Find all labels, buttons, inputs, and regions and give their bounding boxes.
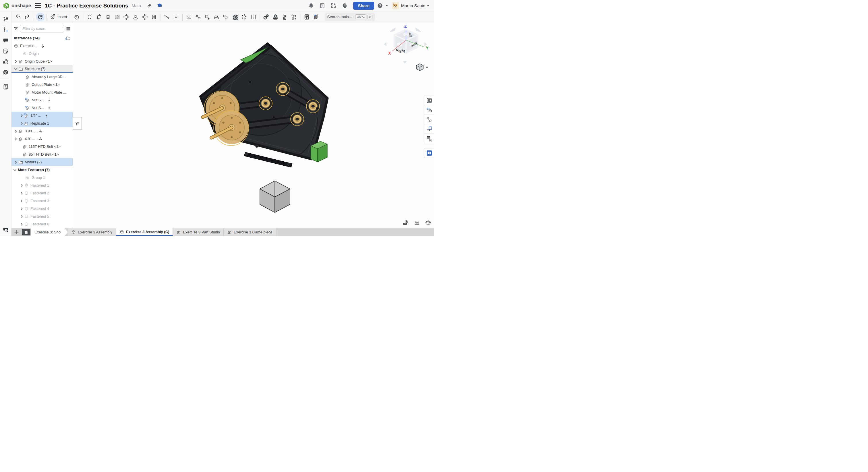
tree-row-mate[interactable]: Fastened 5 (11, 213, 73, 220)
tree-row-mate[interactable]: Fastened 1 (11, 182, 73, 189)
tree-row-part-selected[interactable]: 1/2" ... (11, 112, 73, 120)
redo-button[interactable] (23, 12, 32, 21)
learning-panel-button[interactable] (424, 148, 434, 158)
mate-button[interactable] (72, 12, 81, 21)
share-button[interactable]: Share (353, 2, 374, 10)
help-menu-button[interactable] (377, 3, 389, 9)
gear-relation-button[interactable] (262, 12, 271, 21)
named-positions-button[interactable] (194, 12, 203, 21)
planar-mate-button[interactable] (113, 12, 121, 21)
tree-row-origin[interactable]: Origin (11, 50, 73, 57)
comments-button[interactable] (1, 36, 11, 45)
bom-visibility-button[interactable] (302, 12, 311, 21)
version-graph-button[interactable] (1, 14, 11, 24)
feature-list-panel-button[interactable] (424, 96, 434, 105)
history-button[interactable] (1, 57, 11, 67)
linear-pattern-button[interactable] (230, 12, 239, 21)
tree-row-part[interactable]: Absurdly Large 3D... (11, 73, 73, 81)
tree-row-part[interactable]: Motor Mount Plate ... (11, 88, 73, 96)
panel-toggle-button[interactable] (73, 117, 82, 130)
tree-row-mate[interactable]: Fastened 2 (11, 189, 73, 197)
variables-panel-button[interactable] (424, 133, 434, 143)
circular-pattern-button[interactable] (240, 12, 248, 21)
search-tools-box[interactable]: Search tools... alt/⌥ c (325, 12, 375, 21)
tree-row-origin-cube[interactable]: Origin Cube <1> (11, 57, 73, 65)
snapshot-button[interactable] (212, 12, 221, 21)
tab-exercise-3-game-piece[interactable]: Exercise 3 Game piece (224, 228, 276, 236)
in-context-panel-button[interactable] (424, 115, 434, 124)
fastened-mate-button[interactable] (85, 12, 94, 21)
parallel-mate-button[interactable] (150, 12, 158, 21)
rack-and-pinion-relation-button[interactable] (271, 12, 280, 21)
view-options-button[interactable] (416, 64, 428, 71)
tree-row-mate[interactable]: Fastened 4 (11, 205, 73, 213)
tangent-mate-button[interactable] (162, 12, 171, 21)
tree-row-subassembly[interactable]: 3.93... (11, 127, 73, 135)
tree-row-motors-folder-selected[interactable]: Motors (2) (11, 158, 73, 166)
graphics-viewport[interactable]: Z Y X Right Back Top (73, 22, 434, 228)
slider-mate-button[interactable] (104, 12, 112, 21)
tab-exercise-3-shooter[interactable]: Exercise 3: Sho (31, 228, 68, 236)
tab-exercise-3-assembly[interactable]: Exercise 3 Assembly (68, 228, 116, 236)
tree-row-part[interactable]: Nut S... (11, 96, 73, 104)
add-folder-icon[interactable] (65, 35, 70, 41)
group-button[interactable] (185, 12, 193, 21)
mate-features-header[interactable]: Mate Features (7) (11, 166, 73, 174)
tree-row-replicate-selected[interactable]: Replicate 1 (11, 120, 73, 127)
tab-search-button[interactable] (1, 225, 11, 234)
onshape-assistant-button[interactable] (1, 67, 11, 77)
tree-row-mate[interactable]: Fastened 3 (11, 197, 73, 205)
tree-row-structure-folder[interactable]: Structure (7) (11, 65, 73, 73)
replicate-button[interactable] (221, 12, 230, 21)
user-name[interactable]: Martin Sanin (401, 3, 425, 8)
apps-grid-plus-icon[interactable] (331, 3, 337, 9)
tree-row-part[interactable]: 85T HTD Belt <1> (11, 151, 73, 158)
pin-slot-mate-button[interactable] (131, 12, 140, 21)
main-menu-button[interactable] (35, 3, 41, 8)
revolute-mate-button[interactable] (94, 12, 103, 21)
assembly-model[interactable] (73, 22, 434, 228)
document-notes-button[interactable] (1, 46, 11, 56)
copy-link-icon[interactable] (147, 3, 152, 9)
insert-button[interactable]: Insert (49, 12, 68, 21)
learning-center-icon[interactable] (156, 3, 162, 9)
measure-tape-icon[interactable] (403, 220, 409, 226)
tree-row-mate[interactable]: Fastened 6 (11, 220, 73, 228)
protractor-icon[interactable] (414, 220, 420, 226)
belt-relation-button[interactable] (289, 12, 298, 21)
filter-icon[interactable] (13, 26, 19, 31)
task-list-icon[interactable] (319, 3, 325, 9)
tree-row-part[interactable]: Cutout Plate <1> (11, 81, 73, 88)
appearance-panel-button[interactable] (424, 124, 434, 134)
create-version-button[interactable] (1, 25, 11, 35)
undo-button[interactable] (14, 12, 22, 21)
ball-mate-button[interactable] (141, 12, 149, 21)
tree-row-assembly-root[interactable]: Exercise... (11, 42, 73, 50)
view-cube[interactable]: Z Y X Right Back Top (381, 24, 431, 73)
configurations-panel-button[interactable] (424, 105, 434, 115)
notifications-bell-icon[interactable] (308, 3, 314, 9)
tree-row-part[interactable]: Nut S... (11, 104, 73, 112)
exploded-view-button[interactable] (312, 12, 320, 21)
tree-row-group[interactable]: Group 1 (11, 174, 73, 182)
mirror-button[interactable] (249, 12, 257, 21)
screw-relation-button[interactable] (280, 12, 289, 21)
list-view-icon[interactable] (66, 26, 71, 31)
onshape-logo-icon[interactable] (3, 2, 10, 9)
filter-input[interactable] (20, 25, 64, 32)
tree-row-subassembly[interactable]: 4.81... (11, 135, 73, 143)
tab-exercise-3-part-studio[interactable]: Exercise 3 Part Studio (173, 228, 224, 236)
home-button[interactable] (22, 229, 30, 235)
cylindrical-mate-button[interactable] (122, 12, 131, 21)
move-part-button[interactable] (203, 12, 212, 21)
avatar[interactable] (392, 2, 399, 9)
mate-connector-button[interactable] (172, 12, 180, 21)
mass-properties-icon[interactable] (425, 220, 431, 226)
task-checklist-button[interactable] (1, 82, 11, 92)
add-tab-button[interactable] (11, 228, 21, 236)
workspace-label[interactable]: Main (131, 3, 141, 8)
tab-exercise-3-assembly-c[interactable]: Exercise 3 Assembly (C) (116, 228, 173, 236)
chevron-down-icon[interactable] (426, 4, 430, 8)
update-linked-documents-button[interactable] (36, 12, 44, 21)
tree-row-part[interactable]: 115T HTD Belt <1> (11, 143, 73, 151)
